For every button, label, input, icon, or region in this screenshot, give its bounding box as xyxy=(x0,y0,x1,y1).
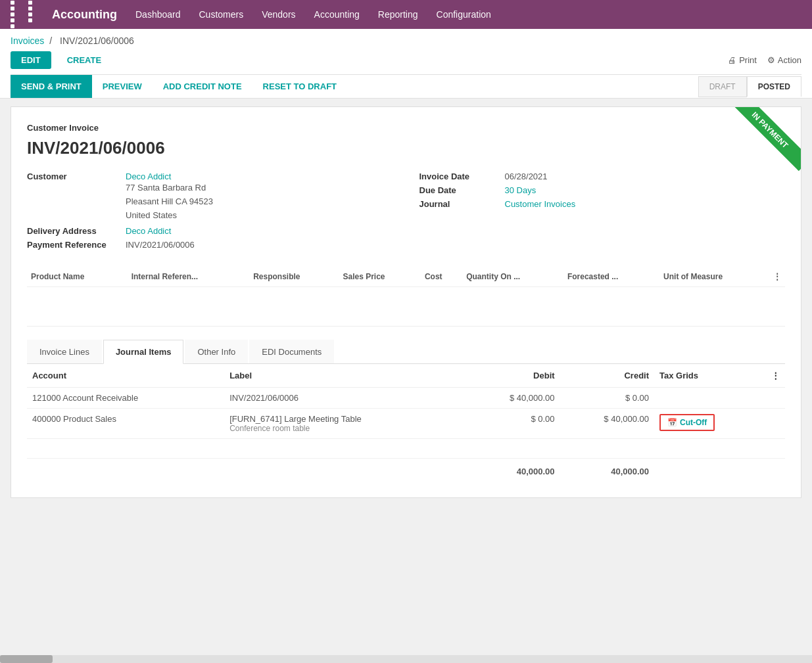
nav-vendors[interactable]: Vendors xyxy=(259,1,298,28)
col-responsible: Responsible xyxy=(249,267,339,287)
journal-totals-row: 40,000.00 40,000.00 xyxy=(27,459,785,482)
journal-row-2-account: 400000 Product Sales xyxy=(27,409,224,439)
ribbon-text: IN PAYMENT xyxy=(729,107,801,171)
journal-row-1-menu xyxy=(766,388,785,409)
nav-accounting[interactable]: Accounting xyxy=(312,1,362,28)
journal-col-credit: Credit xyxy=(560,364,654,388)
journal-row-1-debit: $ 40,000.00 xyxy=(466,388,560,409)
customer-name-link[interactable]: Deco Addict xyxy=(126,171,171,181)
delivery-address-value: Deco Addict xyxy=(126,226,171,236)
nav-customers[interactable]: Customers xyxy=(197,1,247,28)
journal-row-2: 400000 Product Sales [FURN_6741] Large M… xyxy=(27,409,785,439)
nav-configuration[interactable]: Configuration xyxy=(434,1,494,28)
status-draft: DRAFT xyxy=(698,76,747,97)
tab-journal-items[interactable]: Journal Items xyxy=(103,340,184,364)
journal-row-2-tax-grids: 📅 Cut-Off xyxy=(654,409,766,439)
delivery-address-row: Delivery Address Deco Addict xyxy=(27,226,393,236)
tabs: Invoice Lines Journal Items Other Info E… xyxy=(27,340,785,364)
journal-totals-empty-1 xyxy=(27,459,224,482)
main-nav: Dashboard Customers Vendors Accounting R… xyxy=(133,1,494,28)
breadcrumb-parent[interactable]: Invoices xyxy=(11,35,44,46)
col-forecasted: Forecasted ... xyxy=(563,267,659,287)
status-bar: DRAFT POSTED xyxy=(698,76,801,97)
preview-button[interactable]: PREVIEW xyxy=(92,75,153,98)
col-qty-on: Quantity On ... xyxy=(462,267,563,287)
customer-address-line1: 77 Santa Barbara Rd xyxy=(126,181,213,195)
journal-col-tax-grids: Tax Grids xyxy=(654,364,766,388)
journal-col-menu[interactable]: ⋮ xyxy=(766,364,785,388)
invoice-type-label: Customer Invoice xyxy=(27,123,785,133)
customer-row: Customer Deco Addict 77 Santa Barbara Rd… xyxy=(27,171,393,222)
product-table: Product Name Internal Referen... Respons… xyxy=(27,267,785,327)
journal-row-1-account: 121000 Account Receivable xyxy=(27,388,224,409)
invoice-date-label: Invoice Date xyxy=(419,171,505,181)
calendar-icon: 📅 xyxy=(667,418,677,427)
print-button[interactable]: 🖨 Print xyxy=(728,55,757,65)
horizontal-scrollbar-thumb[interactable] xyxy=(0,655,53,663)
customer-address-line2: Pleasant Hill CA 94523 xyxy=(126,195,213,209)
due-date-label: Due Date xyxy=(419,185,505,195)
product-table-empty xyxy=(27,287,785,327)
customer-address-line3: United States xyxy=(126,209,213,223)
delivery-address-label: Delivery Address xyxy=(27,226,126,236)
col-product-menu[interactable]: ⋮ xyxy=(769,267,785,287)
tab-other-info[interactable]: Other Info xyxy=(185,340,248,363)
product-table-header: Product Name Internal Referen... Respons… xyxy=(27,267,785,287)
payment-ref-value: INV/2021/06/0006 xyxy=(126,240,195,250)
col-internal-ref: Internal Referen... xyxy=(128,267,249,287)
send-print-button[interactable]: SEND & PRINT xyxy=(11,75,92,98)
action-bar: EDIT CREATE 🖨 Print ⚙ Action xyxy=(11,51,801,69)
horizontal-scrollbar[interactable] xyxy=(0,655,812,663)
secondary-bar-left: SEND & PRINT PREVIEW ADD CREDIT NOTE RES… xyxy=(11,75,347,98)
delivery-address-link[interactable]: Deco Addict xyxy=(126,226,171,236)
journal-totals-credit: 40,000.00 xyxy=(560,459,654,482)
breadcrumb: Invoices / INV/2021/06/0006 xyxy=(11,35,801,46)
journal-row-1-credit: $ 0.00 xyxy=(560,388,654,409)
app-grid-icon[interactable] xyxy=(11,1,44,28)
journal-totals-debit: 40,000.00 xyxy=(466,459,560,482)
cut-off-button[interactable]: 📅 Cut-Off xyxy=(659,414,715,431)
journal-row: Journal Customer Invoices xyxy=(419,199,786,209)
create-button[interactable]: CREATE xyxy=(57,51,112,69)
journal-col-account: Account xyxy=(27,364,224,388)
col-sales-price: Sales Price xyxy=(339,267,420,287)
due-date-row: Due Date 30 Days xyxy=(419,185,786,195)
journal-table: Account Label Debit Credit Tax Grids ⋮ 1… xyxy=(27,364,785,482)
status-posted: POSTED xyxy=(747,76,801,97)
action-bar-right: 🖨 Print ⚙ Action xyxy=(728,55,801,65)
add-credit-note-button[interactable]: ADD CREDIT NOTE xyxy=(153,75,252,98)
journal-row-2-credit: $ 40,000.00 xyxy=(560,409,654,439)
journal-col-label: Label xyxy=(224,364,466,388)
due-date-link[interactable]: 30 Days xyxy=(505,185,537,195)
reset-to-draft-button[interactable]: RESET TO DRAFT xyxy=(252,75,347,98)
journal-link[interactable]: Customer Invoices xyxy=(505,199,576,209)
payment-ref-label: Payment Reference xyxy=(27,240,126,250)
invoice-details-left: Customer Deco Addict 77 Santa Barbara Rd… xyxy=(27,171,393,254)
journal-table-spacer xyxy=(27,439,785,459)
secondary-bar: SEND & PRINT PREVIEW ADD CREDIT NOTE RES… xyxy=(11,74,801,98)
journal-totals-empty-4 xyxy=(766,459,785,482)
journal-row-1-tax-grids xyxy=(654,388,766,409)
action-bar-left: EDIT CREATE xyxy=(11,51,112,69)
journal-row-2-menu xyxy=(766,409,785,439)
breadcrumb-separator: / xyxy=(49,35,52,46)
journal-totals-empty-3 xyxy=(654,459,766,482)
tab-invoice-lines[interactable]: Invoice Lines xyxy=(27,340,102,363)
main-content: IN PAYMENT Customer Invoice INV/2021/06/… xyxy=(0,99,812,506)
action-button[interactable]: ⚙ Action xyxy=(767,55,801,65)
ribbon: IN PAYMENT xyxy=(722,107,801,186)
nav-dashboard[interactable]: Dashboard xyxy=(133,1,183,28)
col-cost: Cost xyxy=(421,267,462,287)
nav-reporting[interactable]: Reporting xyxy=(375,1,421,28)
tab-edi-documents[interactable]: EDI Documents xyxy=(249,340,334,363)
payment-ref-row: Payment Reference INV/2021/06/0006 xyxy=(27,240,393,250)
due-date-value: 30 Days xyxy=(505,185,537,195)
invoice-card: IN PAYMENT Customer Invoice INV/2021/06/… xyxy=(11,106,801,498)
journal-row-1-label: INV/2021/06/0006 xyxy=(224,388,466,409)
edit-button[interactable]: EDIT xyxy=(11,51,51,69)
navbar: Accounting Dashboard Customers Vendors A… xyxy=(0,0,812,29)
journal-row-1: 121000 Account Receivable INV/2021/06/00… xyxy=(27,388,785,409)
journal-totals-empty-2 xyxy=(224,459,466,482)
journal-label: Journal xyxy=(419,199,505,209)
invoice-details: Customer Deco Addict 77 Santa Barbara Rd… xyxy=(27,171,785,254)
